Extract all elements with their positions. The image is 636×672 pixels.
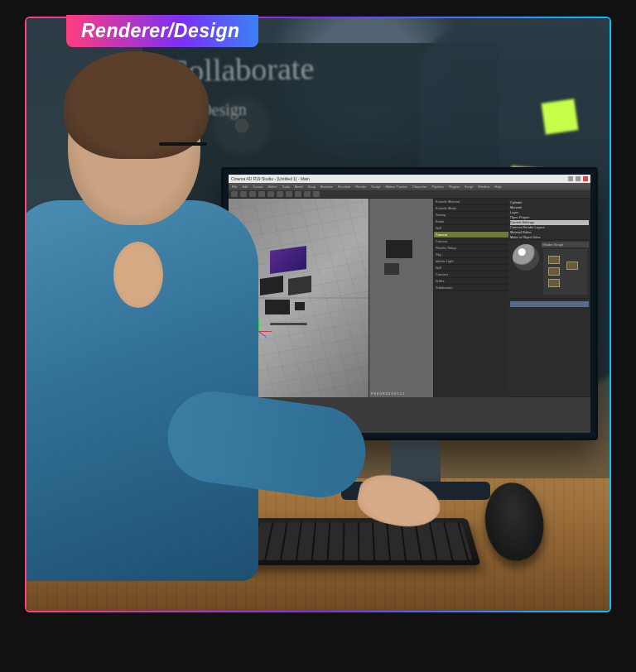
category-badge: Renderer/Design	[66, 15, 258, 47]
object-row[interactable]: Boole	[434, 218, 508, 225]
object-row[interactable]: Sky	[434, 252, 508, 258]
object-row[interactable]: Infinite Light	[434, 258, 508, 265]
panel-header: Shader Graph	[542, 242, 589, 247]
object-manager[interactable]: Extrude MaterialExtrude ModeSweepBooleNu…	[434, 199, 508, 397]
menu-character[interactable]: Character	[412, 185, 427, 189]
menu-window[interactable]: Window	[478, 185, 489, 189]
shader-node[interactable]	[566, 262, 578, 270]
object-row[interactable]: Null	[434, 225, 508, 232]
close-button[interactable]	[583, 176, 588, 181]
scene-object[interactable]	[386, 240, 412, 258]
scene-object[interactable]	[384, 263, 399, 275]
badge-label: Renderer/Design	[81, 20, 240, 41]
attr-header	[510, 301, 589, 307]
object-row[interactable]: Render Setup	[434, 245, 508, 252]
object-row[interactable]: Extrude Material	[434, 199, 508, 205]
right-panels: CylinderMaterialLayerOpen ProjectCurrent…	[508, 199, 590, 397]
object-row[interactable]: N-Mix	[434, 278, 508, 285]
menu-help[interactable]: Help	[494, 185, 501, 189]
card-inner: Collaborate Team Design → Cinema 4D R19 …	[26, 18, 610, 611]
object-row[interactable]: Subdivision	[434, 285, 508, 291]
object-row[interactable]: Camera	[434, 232, 508, 238]
shader-node[interactable]	[548, 267, 560, 276]
menu-script[interactable]: Script	[465, 185, 473, 189]
object-row[interactable]: Camera	[434, 238, 508, 245]
sticky-note	[542, 98, 579, 134]
foreground-person	[26, 51, 341, 611]
menu-pipeline[interactable]: Pipeline	[431, 185, 443, 189]
commands-panel[interactable]: CylinderMaterialLayerOpen ProjectCurrent…	[508, 199, 590, 240]
shader-node[interactable]	[548, 279, 560, 287]
maximize-button[interactable]	[576, 176, 581, 181]
menu-plugins[interactable]: Plugins	[449, 185, 460, 189]
menu-motion-tracker[interactable]: Motion Tracker	[385, 185, 407, 189]
minimize-button[interactable]	[568, 176, 573, 181]
shader-graph[interactable]	[543, 249, 587, 295]
material-sphere-icon[interactable]	[513, 244, 539, 271]
feature-card: Collaborate Team Design → Cinema 4D R19 …	[25, 17, 611, 612]
menu-sculpt[interactable]: Sculpt	[371, 185, 380, 189]
shader-node[interactable]	[548, 256, 560, 264]
object-row[interactable]: Extrude Mode	[434, 205, 508, 212]
object-row[interactable]: Sweep	[434, 212, 508, 218]
object-row[interactable]: Connect	[434, 271, 508, 278]
menu-render[interactable]: Render	[355, 185, 366, 189]
viewport-secondary[interactable]: P 0 0 0 R 0 0 0 S 1 1 1	[369, 199, 434, 397]
coords-readout: P 0 0 0 R 0 0 0 S 1 1 1	[371, 391, 404, 396]
attributes-panel[interactable]	[508, 299, 590, 397]
object-row[interactable]: Null	[434, 265, 508, 271]
material-preview[interactable]: Shader Graph	[508, 240, 590, 299]
